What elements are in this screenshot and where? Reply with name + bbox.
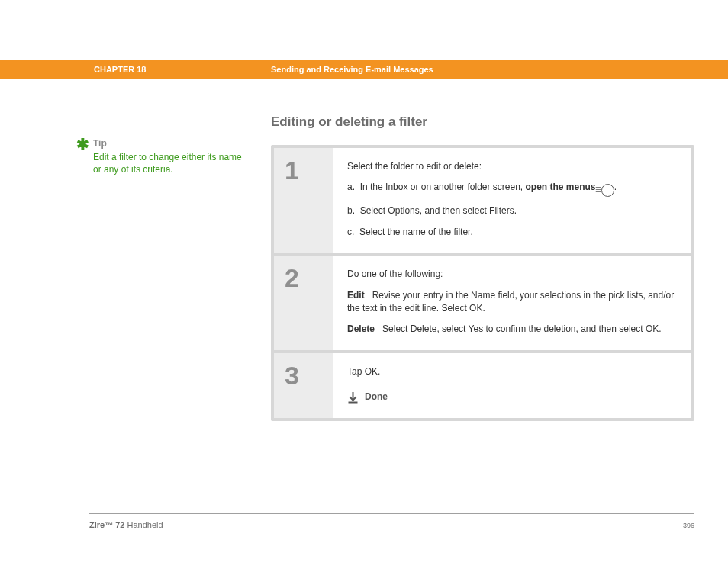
step-row: 1 Select the folder to edit or delete: a… — [274, 148, 691, 256]
definition-item: Edit Revise your entry in the Name field… — [347, 289, 678, 316]
chapter-title: Sending and Receiving E-mail Messages — [271, 65, 433, 74]
footer-product-rest: Handheld — [124, 520, 163, 529]
definition-desc: Select Delete, select Yes to confirm the… — [382, 323, 662, 334]
substep-list: a. In the Inbox or on another folder scr… — [347, 181, 678, 239]
open-menus-link[interactable]: open the menus — [526, 182, 596, 192]
footer-rule — [89, 513, 694, 514]
step-row: 2 Do one of the following: Edit Revise y… — [274, 256, 691, 353]
step-lead: Do one of the following: — [347, 268, 678, 281]
step-number: 3 — [285, 362, 333, 388]
step-body: Select the folder to edit or delete: a. … — [333, 148, 691, 256]
substep-prefix: a. — [347, 182, 355, 192]
steps-table: 1 Select the folder to edit or delete: a… — [274, 148, 691, 418]
chapter-header-bar: CHAPTER 18 Sending and Receiving E-mail … — [0, 60, 728, 79]
done-row: Done — [347, 391, 678, 404]
tip-label: Tip — [93, 137, 244, 150]
definition-item: Delete Select Delete, select Yes to conf… — [347, 323, 678, 336]
step-number: 1 — [285, 157, 333, 183]
step-number-cell: 3 — [274, 353, 333, 418]
section-title: Editing or deleting a filter — [271, 114, 694, 130]
chapter-label: CHAPTER 18 — [94, 65, 146, 74]
step-number: 2 — [285, 265, 333, 291]
step-lead: Tap OK. — [347, 365, 678, 378]
main-column: Editing or deleting a filter 1 Select th… — [271, 114, 694, 421]
substep-item: b. Select Options, and then select Filte… — [347, 204, 678, 217]
footer-page-number: 396 — [683, 522, 694, 529]
substep-text: Select Options, and then select Filters. — [360, 205, 517, 216]
footer-product-name: Zire™ 72 — [89, 520, 124, 529]
step-number-cell: 1 — [274, 148, 333, 256]
steps-container: 1 Select the folder to edit or delete: a… — [271, 145, 694, 421]
done-arrow-icon — [347, 391, 359, 404]
substep-item: c. Select the name of the filter. — [347, 226, 678, 239]
step-lead: Select the folder to edit or delete: — [347, 160, 678, 173]
step-body: Tap OK. Done — [333, 353, 691, 418]
step-body: Do one of the following: Edit Revise you… — [333, 256, 691, 353]
substep-suffix: . — [614, 182, 617, 192]
tip-block: ✱ Tip Edit a filter to change either its… — [69, 137, 244, 176]
footer-product: Zire™ 72 Handheld — [89, 520, 163, 529]
substep-text: In the Inbox or on another folder screen… — [360, 182, 526, 192]
step-row: 3 Tap OK. Done — [274, 353, 691, 418]
substep-prefix: c. — [347, 227, 354, 237]
definition-desc: Revise your entry in the Name field, you… — [347, 290, 674, 314]
substep-prefix: b. — [347, 205, 355, 216]
menu-icon: ☰ — [601, 184, 614, 197]
substep-item: a. In the Inbox or on another folder scr… — [347, 181, 678, 197]
step-number-cell: 2 — [274, 256, 333, 353]
definition-term: Delete — [347, 323, 375, 334]
done-label: Done — [365, 391, 388, 404]
asterisk-icon: ✱ — [76, 134, 89, 155]
definition-term: Edit — [347, 290, 365, 301]
tip-text: Edit a filter to change either its name … — [93, 151, 244, 175]
substep-text: Select the name of the filter. — [359, 227, 473, 237]
